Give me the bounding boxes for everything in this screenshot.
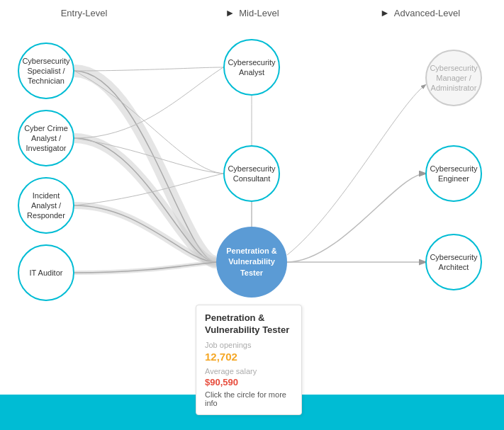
circle-cybersecurity-consultant-label: Cybersecurity Consultant: [225, 164, 279, 184]
circle-cybersecurity-specialist[interactable]: Cybersecurity Specialist / Technician: [18, 43, 74, 99]
circle-cybersecurity-analyst[interactable]: Cybersecurity Analyst: [223, 39, 280, 96]
circle-cybersecurity-engineer-label: Cybersecurity Engineer: [427, 164, 481, 184]
info-box-avg-salary-value: $90,590: [205, 377, 293, 387]
info-box: Penetration & Vulnerability Tester Job o…: [196, 305, 302, 415]
mid-arrow-icon: ►: [225, 7, 235, 18]
circle-cybersecurity-architect[interactable]: Cybersecurity Architect: [425, 234, 482, 290]
header-row: Entry-Level ► Mid-Level ► Advanced-Level: [0, 0, 504, 22]
circle-cyber-crime-analyst-label: Cyber Crime Analyst / Investigator: [19, 123, 73, 154]
info-box-job-openings-value: 12,702: [205, 351, 293, 363]
advanced-level-header: ► Advanced-Level: [336, 7, 504, 18]
info-box-title: Penetration & Vulnerability Tester: [205, 312, 293, 336]
circle-cybersecurity-engineer[interactable]: Cybersecurity Engineer: [425, 145, 482, 202]
info-box-job-openings-label: Job openings: [205, 341, 293, 349]
circle-incident-analyst-label: Incident Analyst / Responder: [19, 191, 73, 221]
circle-it-auditor[interactable]: IT Auditor: [18, 244, 74, 301]
circle-cybersecurity-consultant[interactable]: Cybersecurity Consultant: [223, 145, 280, 202]
advanced-level-label: Advanced-Level: [394, 8, 460, 18]
circle-cybersecurity-manager-label: Cybersecurity Manager / Administrator: [427, 63, 481, 94]
circle-cyber-crime-analyst[interactable]: Cyber Crime Analyst / Investigator: [18, 110, 74, 166]
circle-cybersecurity-analyst-label: Cybersecurity Analyst: [225, 57, 279, 78]
circle-cybersecurity-specialist-label: Cybersecurity Specialist / Technician: [19, 56, 73, 86]
entry-level-header: Entry-Level: [0, 7, 168, 18]
circle-penetration-tester[interactable]: Penetration & Vulnerability Tester: [216, 227, 287, 298]
info-box-click-label: Click the circle for more info: [205, 390, 293, 407]
circle-cybersecurity-architect-label: Cybersecurity Architect: [427, 252, 481, 273]
info-box-avg-salary-label: Average salary: [205, 367, 293, 375]
circle-penetration-tester-label: Penetration & Vulnerability Tester: [218, 246, 285, 278]
entry-level-label: Entry-Level: [61, 8, 108, 18]
advanced-arrow-icon: ►: [380, 7, 390, 18]
circle-cybersecurity-manager[interactable]: Cybersecurity Manager / Administrator: [425, 50, 482, 106]
circle-incident-analyst[interactable]: Incident Analyst / Responder: [18, 177, 74, 234]
mid-level-label: Mid-Level: [239, 8, 279, 18]
mid-level-header: ► Mid-Level: [168, 7, 336, 18]
circle-it-auditor-label: IT Auditor: [30, 268, 63, 278]
